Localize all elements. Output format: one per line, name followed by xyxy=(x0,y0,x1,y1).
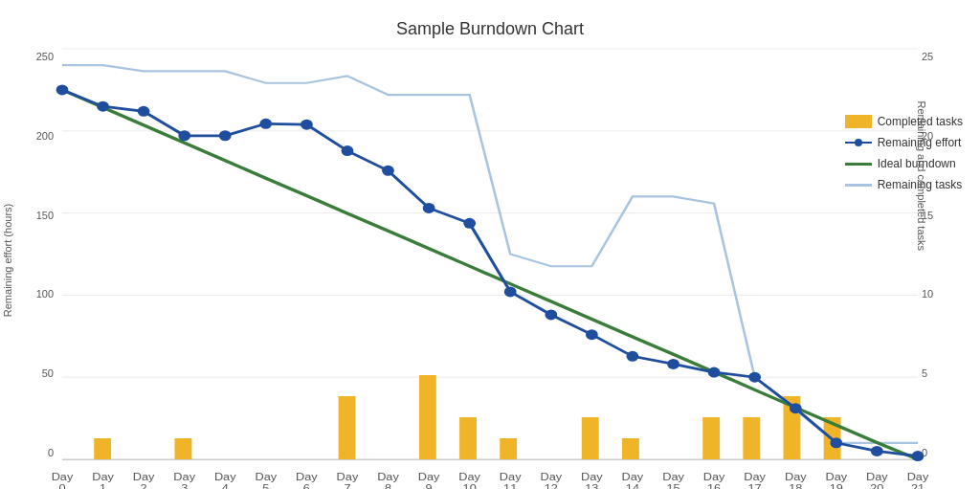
legend-swatch-remaining-effort xyxy=(845,136,872,149)
svg-text:11: 11 xyxy=(503,482,518,489)
x-label-15: Day xyxy=(662,471,684,483)
x-label-14: Day xyxy=(622,471,644,483)
chart-container: Sample Burndown Chart Remaining effort (… xyxy=(0,0,980,489)
svg-text:20: 20 xyxy=(870,482,884,489)
dot-15 xyxy=(667,359,679,369)
x-label-17: Day xyxy=(744,471,766,483)
y-right-tick-0: 0 xyxy=(922,447,927,458)
dot-11 xyxy=(504,286,517,297)
svg-text:5: 5 xyxy=(262,482,270,489)
legend-item-remaining-tasks: Remaining tasks xyxy=(845,178,963,191)
svg-text:17: 17 xyxy=(748,482,763,489)
y-tick-250: 250 xyxy=(36,51,54,62)
svg-text:7: 7 xyxy=(344,482,351,489)
x-label-0: Day xyxy=(52,471,74,483)
x-label-7: Day xyxy=(337,471,359,483)
y-axis-left-label: Remaining effort (hours) xyxy=(2,204,13,317)
x-label-18: Day xyxy=(785,471,807,483)
x-label-11: Day xyxy=(500,471,522,483)
y-right-tick-10: 10 xyxy=(922,288,933,300)
x-label-3: Day xyxy=(173,471,195,483)
svg-text:18: 18 xyxy=(789,482,803,489)
dot-8 xyxy=(382,166,394,176)
svg-text:4: 4 xyxy=(222,482,230,489)
legend-item-remaining-effort: Remaining effort xyxy=(845,136,963,149)
dot-1 xyxy=(97,101,109,112)
x-label-12: Day xyxy=(541,471,563,483)
svg-text:0: 0 xyxy=(58,482,66,489)
bar-day4 xyxy=(174,438,191,459)
x-label-21: Day xyxy=(907,471,929,483)
dot-18 xyxy=(790,403,802,413)
x-label-1: Day xyxy=(92,471,114,483)
y-tick-200: 200 xyxy=(36,130,54,142)
bar-day19 xyxy=(743,417,760,459)
dot-5 xyxy=(259,119,272,129)
svg-text:13: 13 xyxy=(585,482,599,489)
remaining-tasks-line xyxy=(62,65,918,443)
bar-day15 xyxy=(582,417,599,459)
x-label-2: Day xyxy=(133,471,155,483)
x-label-5: Day xyxy=(255,471,277,483)
legend: Completed tasks Remaining effort Ideal b… xyxy=(845,115,963,199)
bar-day18 xyxy=(702,417,720,459)
svg-text:19: 19 xyxy=(830,482,844,489)
x-label-8: Day xyxy=(377,471,399,483)
chart-area: Remaining effort (hours) 250 200 150 100… xyxy=(10,49,970,460)
x-label-13: Day xyxy=(581,471,603,483)
svg-text:1: 1 xyxy=(100,482,107,489)
svg-text:2: 2 xyxy=(141,482,148,489)
dot-2 xyxy=(138,106,150,117)
bar-day11 xyxy=(419,375,436,459)
y-axis-left: Remaining effort (hours) 250 200 150 100… xyxy=(10,49,62,460)
dot-10 xyxy=(463,218,476,229)
y-tick-50: 50 xyxy=(42,367,54,379)
x-label-16: Day xyxy=(703,471,725,483)
chart-svg: Day 0 Day 1 Day 2 Day 3 Day 4 Day 5 Day … xyxy=(62,49,918,459)
y-axis-right-label: Remaining and completed tasks xyxy=(917,100,928,251)
svg-text:21: 21 xyxy=(911,482,925,489)
bar-day13 xyxy=(500,438,517,459)
svg-text:6: 6 xyxy=(303,482,311,489)
dot-9 xyxy=(423,203,435,213)
legend-item-completed-tasks: Completed tasks xyxy=(845,115,963,128)
bar-day16 xyxy=(622,438,639,459)
svg-text:10: 10 xyxy=(463,482,478,489)
dot-17 xyxy=(748,372,761,383)
svg-text:9: 9 xyxy=(426,482,434,489)
dot-13 xyxy=(586,329,598,340)
dot-7 xyxy=(342,145,354,156)
svg-text:15: 15 xyxy=(666,482,680,489)
y-tick-100: 100 xyxy=(36,288,54,300)
legend-swatch-completed-tasks xyxy=(845,115,872,128)
svg-text:3: 3 xyxy=(181,482,189,489)
legend-swatch-remaining-tasks xyxy=(845,178,872,191)
svg-text:14: 14 xyxy=(626,482,640,489)
chart-title: Sample Burndown Chart xyxy=(10,19,970,39)
dot-3 xyxy=(178,130,190,141)
plot-area: Day 0 Day 1 Day 2 Day 3 Day 4 Day 5 Day … xyxy=(62,49,918,460)
x-label-10: Day xyxy=(458,471,480,483)
dot-14 xyxy=(627,351,639,362)
x-label-9: Day xyxy=(418,471,440,483)
x-label-4: Day xyxy=(214,471,236,483)
dot-20 xyxy=(871,446,883,456)
y-right-tick-5: 5 xyxy=(922,367,927,379)
dot-0 xyxy=(56,84,69,95)
x-label-19: Day xyxy=(825,471,847,483)
dot-12 xyxy=(545,309,557,320)
legend-swatch-ideal-burndown xyxy=(845,157,872,170)
y-tick-0: 0 xyxy=(48,447,54,458)
dot-16 xyxy=(708,367,721,378)
dot-6 xyxy=(301,120,313,130)
svg-text:16: 16 xyxy=(707,482,722,489)
bar-day2 xyxy=(94,438,111,459)
x-label-20: Day xyxy=(866,471,888,483)
y-tick-150: 150 xyxy=(36,210,54,221)
legend-item-ideal-burndown: Ideal burndown xyxy=(845,157,963,170)
x-label-6: Day xyxy=(296,471,318,483)
svg-text:12: 12 xyxy=(545,482,559,489)
y-right-tick-25: 25 xyxy=(922,51,933,62)
svg-text:8: 8 xyxy=(385,482,392,489)
bar-day8 xyxy=(339,396,356,459)
